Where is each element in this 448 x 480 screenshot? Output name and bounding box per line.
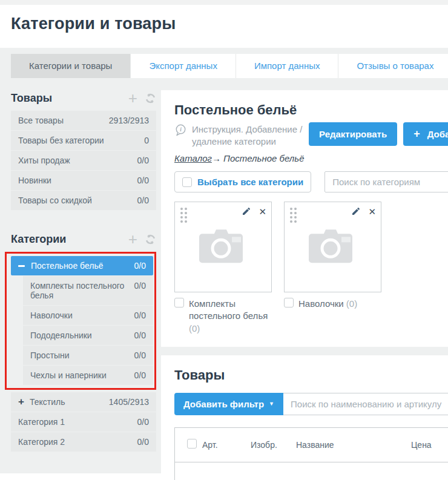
select-all-checkbox[interactable] (182, 177, 192, 187)
subcategory-count: (0) (346, 298, 357, 309)
tree-item-pillowcases[interactable]: Наволочки 0/0 (23, 306, 153, 325)
item-label: Товары без категории (18, 136, 104, 145)
tree-item-sheets[interactable]: Простыни 0/0 (23, 346, 153, 365)
sidebar-item-all-products[interactable]: Все товары 2913/2913 (11, 111, 156, 130)
products-search-input[interactable] (283, 393, 448, 415)
products-title: Товары (174, 367, 448, 383)
subcategory-card[interactable]: ✕ (174, 202, 272, 292)
tree-item-label: Постельное бельё (31, 261, 134, 271)
tree-item-count: 0/0 (134, 350, 146, 360)
tab-import[interactable]: Импорт данных (236, 54, 338, 78)
camera-placeholder-icon (308, 228, 358, 268)
tree-item-label: Наволочки (30, 311, 73, 320)
svg-text:i: i (180, 126, 182, 133)
item-count: 0 (144, 136, 149, 145)
item-label: Хиты продаж (18, 156, 70, 165)
tree-item-label: Простыни (30, 350, 70, 360)
tab-bar: Категории и товары Экспорт данных Импорт… (11, 54, 437, 78)
edit-icon[interactable] (242, 206, 251, 216)
tree-item-label: Текстиль (30, 397, 104, 407)
item-count: 0/0 (137, 156, 149, 165)
tree-item-covers[interactable]: Чехлы и наперники 0/0 (23, 366, 153, 385)
sidebar-item-bestsellers[interactable]: Хиты продаж 0/0 (11, 151, 156, 170)
delete-icon[interactable]: ✕ (259, 207, 266, 216)
add-category-icon[interactable]: + (128, 233, 137, 245)
category-controls: Выбрать все категории (174, 171, 448, 192)
subcategory-card[interactable]: ✕ (284, 202, 381, 292)
collapse-icon[interactable] (18, 265, 25, 267)
products-panel: Товары Добавить фильтр ▼ Арт. Изобр. Наз… (161, 355, 448, 480)
breadcrumb: Каталог→ Постельное бельё (174, 153, 448, 163)
sidebar-item-new[interactable]: Новинки 0/0 (11, 171, 156, 190)
panel-divider (161, 347, 448, 355)
tree-item-sets[interactable]: Комплекты постельного белья 0/0 (23, 276, 153, 305)
sidebar: Товары + Все товары 2913/2 (11, 90, 156, 452)
column-header-price: Цена (411, 440, 448, 450)
item-count: 0/0 (137, 196, 149, 205)
category-root-list: + Текстиль 1405/2913 Категория 1 0/0 Кат… (11, 392, 156, 452)
refresh-products-icon[interactable] (145, 93, 156, 104)
drag-handle-icon[interactable] (180, 208, 187, 223)
add-button-label: Добавить к (427, 129, 448, 139)
main-content: Постельное бельё i Инструкция. Добавлени… (161, 90, 448, 480)
add-product-icon[interactable]: + (128, 92, 137, 104)
tab-categories-products[interactable]: Категории и товары (11, 54, 130, 78)
tree-item-label: Категория 2 (18, 437, 65, 447)
content-band: Категории и товары Экспорт данных Импорт… (0, 48, 448, 473)
expand-icon[interactable]: + (18, 397, 24, 406)
select-all-categories[interactable]: Выбрать все категории (174, 171, 311, 192)
delete-icon[interactable]: ✕ (368, 207, 376, 216)
camera-placeholder-icon (198, 228, 249, 268)
products-table-header: Арт. Изобр. Название Цена (175, 428, 448, 462)
tree-item-count: 0/0 (134, 311, 146, 320)
tree-item-textile[interactable]: + Текстиль 1405/2913 (11, 392, 156, 412)
tree-item-label: Комплекты постельного белья (30, 281, 130, 300)
category-search-input[interactable] (324, 171, 448, 192)
plus-icon: + (413, 128, 420, 140)
drag-handle-icon[interactable] (290, 208, 297, 223)
column-header-art: Арт. (202, 440, 251, 450)
tree-item-category-1[interactable]: Категория 1 0/0 (11, 412, 156, 432)
subcategory-label: Комплекты постельного белья (189, 298, 268, 321)
refresh-categories-icon[interactable] (145, 234, 156, 245)
tree-children: Комплекты постельного белья 0/0 Наволочк… (11, 276, 153, 385)
products-filter-list: Все товары 2913/2913 Товары без категори… (11, 111, 156, 210)
breadcrumb-root-link[interactable]: Каталог (174, 153, 212, 163)
page-header: Категории и товары (0, 5, 448, 48)
products-widget-header: Товары + (11, 90, 156, 106)
tree-item-category-2[interactable]: Категория 2 0/0 (11, 432, 156, 452)
tree-item-label: Чехлы и наперники (30, 370, 107, 380)
add-filter-button[interactable]: Добавить фильтр ▼ (174, 393, 283, 415)
sidebar-item-discounted[interactable]: Товары со скидкой 0/0 (11, 191, 156, 210)
column-header-name: Название (296, 440, 411, 450)
tree-item-count: 0/0 (134, 261, 146, 271)
subcategory-checkbox-sets[interactable]: Комплекты постельного белья (0) (174, 298, 272, 335)
instruction-text: Инструкция. Добавление / удаление катего… (192, 123, 324, 147)
sidebar-item-no-category[interactable]: Товары без категории 0 (11, 131, 156, 150)
add-category-button[interactable]: + Добавить к (403, 122, 448, 146)
breadcrumb-arrow: → (212, 153, 221, 163)
select-all-rows-checkbox[interactable] (187, 439, 197, 449)
checkbox[interactable] (284, 298, 294, 307)
column-header-image: Изобр. (251, 440, 296, 450)
products-table: Арт. Изобр. Название Цена Ни одной запис… (174, 427, 448, 480)
tree-item-duvet-covers[interactable]: Пододеяльники 0/0 (23, 326, 153, 345)
products-widget-title: Товары (11, 92, 128, 105)
select-all-label: Выбрать все категории (197, 177, 303, 187)
tree-item-count: 0/0 (134, 281, 146, 291)
tree-item-bed-linen-selected[interactable]: Постельное бельё 0/0 (11, 256, 153, 275)
tree-item-count: 0/0 (134, 370, 146, 380)
tree-item-count: 1405/2913 (109, 397, 149, 407)
tab-export[interactable]: Экспорт данных (130, 54, 235, 78)
annotation-highlight-box: Постельное бельё 0/0 Комплекты постельно… (5, 252, 156, 390)
category-title: Постельное бельё (174, 102, 448, 118)
page-title: Категории и товары (11, 15, 437, 33)
edit-button[interactable]: Редактировать (309, 122, 397, 146)
subcategory-cards: ✕ (174, 202, 448, 292)
tab-reviews[interactable]: Отзывы о товарах (338, 54, 448, 78)
categories-widget-title: Категории (11, 233, 128, 246)
checkbox[interactable] (174, 298, 184, 307)
subcategory-checkbox-pillowcases[interactable]: Наволочки (0) (284, 298, 381, 335)
categories-widget-header: Категории + (11, 231, 156, 247)
edit-icon[interactable] (351, 206, 361, 216)
